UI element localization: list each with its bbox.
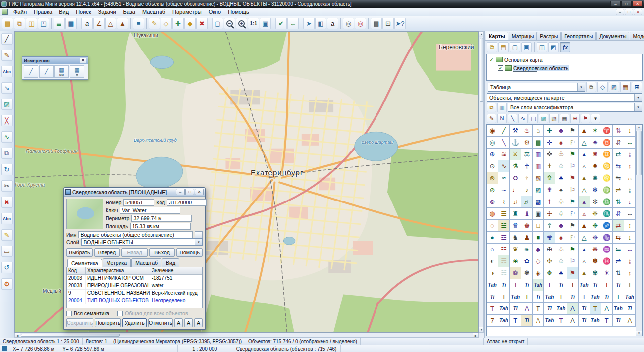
semantic-row[interactable]: 20004ТИП ВОДНЫХ ОБЪЕКТОВНеопределено	[67, 297, 202, 304]
palette-symbol[interactable]: ⊘	[487, 184, 498, 196]
palette-symbol[interactable]: Ti	[567, 291, 579, 303]
layers-combo[interactable]: Все слои классификатора ▼	[508, 103, 642, 112]
open-map-icon[interactable]: ▤	[2, 18, 13, 29]
tab-metrics[interactable]: Метрика	[103, 258, 131, 267]
palette-symbol[interactable]: ❀	[510, 255, 521, 267]
move-tool[interactable]: ↘	[1, 82, 13, 94]
edit-node-icon[interactable]: ◆	[184, 18, 196, 29]
palette-symbol[interactable]: ♧	[555, 149, 567, 160]
pointer-icon[interactable]: ➤	[303, 18, 315, 29]
view-cards-icon[interactable]: ◫	[537, 42, 547, 52]
combo-arrow-icon[interactable]: ▼	[634, 103, 642, 111]
palette-symbol[interactable]: Tаh	[555, 303, 567, 315]
palette-symbol[interactable]: ⚓	[510, 137, 521, 149]
palette-symbol[interactable]: ♐	[601, 220, 613, 232]
palette-symbol[interactable]: ☴	[498, 255, 510, 267]
menu-item[interactable]: Поиск	[72, 8, 94, 15]
palette-symbol[interactable]: ↔	[624, 172, 636, 184]
palette-symbol[interactable]: ☨	[544, 196, 555, 208]
palette-symbol[interactable]: ✝	[544, 160, 555, 172]
print-list-icon[interactable]: ⧉	[586, 82, 596, 92]
tree-item[interactable]: ✓Основная карта	[487, 55, 642, 64]
name-field[interactable]: Водные объекты (общее обозначение)	[78, 231, 193, 238]
palette-symbol[interactable]: Tаh	[498, 315, 510, 327]
palette-symbol[interactable]: ⚔	[510, 149, 521, 160]
palette-symbol[interactable]: T	[555, 315, 567, 327]
palette-symbol[interactable]: Ti	[510, 303, 521, 315]
palette-symbol[interactable]: ♧	[555, 244, 567, 255]
palette-symbol[interactable]: Ti	[601, 291, 613, 303]
measure-azimuth-icon[interactable]: ▲	[117, 18, 128, 29]
font-medium-button[interactable]: А	[184, 318, 193, 327]
measure-panel-titlebar[interactable]: Измерения ✕	[22, 57, 88, 64]
palette-symbol[interactable]: ✠	[544, 244, 555, 255]
semantic-value[interactable]: Неопределено	[150, 297, 202, 304]
palette-symbol[interactable]: ♟	[521, 232, 533, 244]
palette-symbol[interactable]: ◈	[533, 267, 544, 279]
palette-symbol[interactable]: ❁	[510, 267, 521, 279]
scissors-tool[interactable]: ✂	[1, 180, 13, 192]
column-header[interactable]: Характеристика	[86, 267, 150, 274]
palette-symbol[interactable]: ✿	[521, 255, 533, 267]
eraser-tool[interactable]: ▭	[1, 246, 13, 257]
tab-semantics[interactable]: Семантика	[67, 259, 102, 267]
palette-symbol[interactable]: ⚑	[567, 172, 579, 184]
palette-symbol[interactable]: ↕	[624, 232, 636, 244]
palette-symbol[interactable]: ☥	[521, 160, 533, 172]
palette-symbol[interactable]: ↨	[624, 255, 636, 267]
palette-symbol[interactable]: ⇅	[613, 125, 624, 137]
cancel-button[interactable]: Отменить	[148, 318, 173, 327]
palette-symbol[interactable]: ▦	[533, 160, 544, 172]
palette-symbol[interactable]: ▨	[533, 184, 544, 196]
measure-panel[interactable]: Измерения ✕ ╱╱▦мм▦м	[22, 56, 88, 80]
save-icon[interactable]: ◫	[26, 18, 37, 29]
palette-symbol[interactable]: ⊙	[487, 160, 498, 172]
semantic-value[interactable]: -1827751	[150, 275, 202, 282]
palette-symbol[interactable]: Tаh	[544, 291, 555, 303]
palette-symbol[interactable]: ⇋	[613, 172, 624, 184]
minimize-button[interactable]: –	[610, 1, 621, 7]
palette-symbol[interactable]: ☲	[498, 232, 510, 244]
palette-symbol[interactable]: ↕	[624, 125, 636, 137]
palette-symbol[interactable]: ⚐	[567, 137, 579, 149]
scroll-thumb[interactable]	[636, 131, 642, 175]
minimize-button[interactable]: –	[176, 189, 185, 195]
scroll-up-icon[interactable]: ▲	[479, 32, 483, 37]
palette-symbol[interactable]: Ti	[613, 315, 624, 327]
font-large-button[interactable]: А	[194, 318, 203, 327]
palette-symbol[interactable]: ☵	[498, 267, 510, 279]
palette-symbol[interactable]: ♉	[601, 137, 613, 149]
palette-symbol[interactable]: ✶	[590, 125, 601, 137]
palette-symbol[interactable]: ●	[487, 232, 498, 244]
palette-symbol[interactable]: ✞	[544, 172, 555, 184]
column-header[interactable]: Код	[67, 267, 86, 274]
tab-scale[interactable]: Масштаб	[131, 258, 161, 267]
palette-symbol[interactable]: ◐	[487, 255, 498, 267]
semantic-row[interactable]: 20003ИДЕНТИФИКАТОР ОСМ-1827751	[67, 275, 202, 282]
palette-symbol[interactable]: ✥	[544, 267, 555, 279]
palette-symbol[interactable]: ↕	[624, 196, 636, 208]
palette-symbol[interactable]: ♓	[601, 255, 613, 267]
palette-symbol[interactable]: ⇄	[613, 220, 624, 232]
palette-symbol[interactable]: ✙	[544, 232, 555, 244]
undo-tool[interactable]: ↺	[1, 262, 13, 273]
flag-style-icon[interactable]: ⚑	[581, 114, 590, 123]
palette-symbol[interactable]: ⊗	[487, 172, 498, 184]
edit-point-tool[interactable]: ╱	[1, 33, 13, 45]
hatch-icon[interactable]: ▨	[609, 82, 619, 92]
palette-symbol[interactable]: ♜	[510, 208, 521, 220]
exit-button[interactable]: Выход	[149, 248, 175, 257]
palette-symbol[interactable]: Ti	[624, 303, 636, 315]
palette-symbol[interactable]: ♒	[601, 244, 613, 255]
fx-icon[interactable]: ƒx	[560, 42, 570, 52]
palette-symbol[interactable]: ⇌	[613, 184, 624, 196]
palette-symbol[interactable]: Tаh	[533, 279, 544, 291]
palette-symbol[interactable]: ∿	[498, 160, 510, 172]
measure-area-icon[interactable]: △	[105, 18, 116, 29]
pan-view-icon[interactable]: ▣	[260, 18, 271, 29]
palette-symbol[interactable]: T	[590, 303, 601, 315]
palette-symbol[interactable]: ✷	[590, 137, 601, 149]
palette-symbol[interactable]: Tаh	[544, 315, 555, 327]
palette-scrollbar[interactable]: ▲ ▼	[636, 125, 642, 336]
palette-symbol[interactable]: Tаh	[498, 303, 510, 315]
